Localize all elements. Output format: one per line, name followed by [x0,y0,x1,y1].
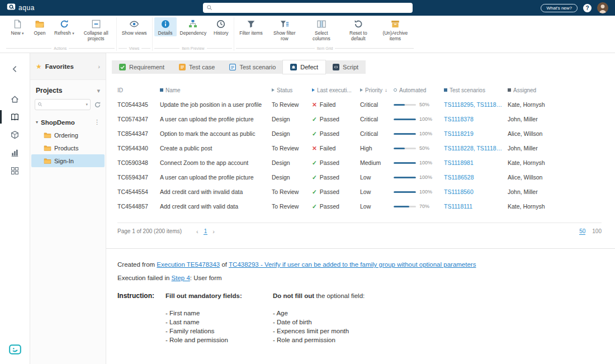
next-page-icon[interactable]: › [212,228,215,235]
current-page[interactable]: 1 [204,228,208,235]
chevron-down-icon[interactable]: ▾ [86,102,88,107]
rail-item-collapse-panel[interactable] [0,60,30,78]
cell-id: TC0544345 [117,101,160,108]
toolbar-button-reset-to-default[interactable]: Reset to default [340,17,377,42]
step-link[interactable]: Step 4 [172,275,190,281]
toolbar-button-new[interactable]: New ▾ [6,17,29,36]
cell-test-scenarios[interactable]: TS1186528 [444,174,508,181]
tree-item-ordering[interactable]: Ordering [31,129,105,141]
projects-header[interactable]: Projects ▾ [30,80,106,97]
rail-item-releases[interactable] [0,126,30,144]
toolbar-button-history[interactable]: History [210,17,232,36]
tab-test-case[interactable]: Test case [172,60,222,74]
help-button[interactable]: ? [583,4,592,12]
tree-item-products[interactable]: Products [31,141,105,154]
tab-script[interactable]: Script [325,60,366,74]
table-header: IDNameStatusLast executi...Priority↓Auto… [117,83,602,97]
progress-bar [394,206,416,207]
column-header-last-executi[interactable]: Last executi... [312,87,360,93]
toolbar-group-views: Show viewsViews [117,17,153,51]
refresh-tree-button[interactable] [94,101,101,108]
toolbar-button-collapse-all-projects[interactable]: Collapse all projects [78,17,115,42]
toolbar-button-show-filter-row[interactable]: Show filter row [266,17,303,42]
table-row[interactable]: TC0574347A user can upload the profile p… [117,112,602,126]
tab-requirement[interactable]: Requirement [112,60,172,74]
column-header-name[interactable]: Name [160,87,272,93]
star-icon: ★ [36,63,42,70]
folder-icon [44,158,51,164]
prev-page-icon[interactable]: ‹ [196,228,198,235]
cell-id: TC0574347 [117,116,160,122]
execution-link[interactable]: Execution TE5478343 [157,261,220,268]
item-type-tabs: RequirementTest caseTest scenarioDefectS… [112,60,366,74]
toolbar-button-filter-items[interactable]: Filter items [236,17,266,36]
search-area [96,3,519,13]
column-header-test-scenarios[interactable]: Test scenarios [444,87,508,93]
tree-item-sign-in[interactable]: Sign-In [31,154,105,167]
testcase-link[interactable]: TC438293 - Verify if user can be added t… [229,261,476,268]
table-row[interactable]: TC9544340Create a public postTo Review✕F… [117,141,602,155]
favorites-section[interactable]: ★ Favorites › [30,53,106,80]
cell-test-scenarios[interactable]: TS1118111 [444,203,508,210]
global-search-input[interactable] [215,5,409,11]
cell-test-scenarios[interactable]: TS1118295, TS1118203 [444,101,508,108]
cell-test-scenarios[interactable]: TS1118228, TS1118002 [444,145,508,152]
column-header-assigned[interactable]: Assigned [508,87,602,93]
cell-name: Create a public post [160,145,272,152]
column-header-automated[interactable]: Automated [394,87,444,93]
column-header-priority[interactable]: Priority↓ [360,87,394,93]
cell-status: To Review [272,145,312,152]
table-row[interactable]: TC4544857Add credit card with valid data… [117,199,602,214]
rail-item-reports[interactable] [0,144,30,162]
cell-test-scenarios[interactable]: TS1118560 [444,188,508,195]
rail-item-projects[interactable] [0,108,30,126]
kebab-menu-icon[interactable]: ⋮ [94,119,100,126]
tab-defect[interactable]: Defect [283,60,325,74]
column-header-id[interactable]: ID [117,87,160,93]
project-search-input[interactable] [44,102,84,107]
toolbar-button-details[interactable]: Details [154,17,177,36]
failed-x-icon: ✕ [312,101,317,108]
cell-id: TC9544340 [117,145,160,152]
toolbar-button-show-views[interactable]: Show views [119,17,150,36]
chevron-down-icon[interactable]: ▾ [97,87,100,94]
toolbar-button-refresh[interactable]: Refresh ▾ [51,17,78,36]
toolbar-button-un-archive-items[interactable]: (Un)Archive items [377,17,414,42]
cell-priority: Critical [360,130,394,137]
cell-automated: 100% [394,160,444,166]
toolbar-button-open[interactable]: Open [29,17,51,36]
favorites-label: Favorites [45,63,95,70]
toolbar-button-dependency[interactable]: Dependency [177,17,210,36]
rail-item-home[interactable] [0,90,30,108]
cell-test-scenarios[interactable]: TS1118981 [444,159,508,166]
mandatory-heading: Fill out mandatory fields: [165,291,273,301]
page-size-50[interactable]: 50 [579,228,585,235]
cell-last-execution: ✓Passed [312,130,360,137]
project-search[interactable]: ▾ [35,99,91,110]
tree-item-label: Ordering [54,132,100,139]
details-icon [160,19,171,29]
table-row[interactable]: TC0544345Update the job position in a us… [117,97,602,112]
avatar[interactable] [597,2,608,13]
tab-test-scenario[interactable]: Test scenario [222,60,283,74]
page-size-100[interactable]: 100 [592,228,602,235]
table-row[interactable]: TC4544554Add credit card with invalid da… [117,185,602,199]
cell-name: Add credit card with invalid data [160,188,272,195]
cell-assigned: John, Miller [508,188,602,195]
table-row[interactable]: TC0590348Connect Zoom to the app account… [117,155,602,170]
cell-assigned: Kate, Hornysh [508,203,602,210]
rail-item-modules[interactable] [0,162,30,179]
cell-test-scenarios[interactable]: TS1118219 [444,130,508,137]
chevron-right-icon[interactable]: › [98,63,100,70]
table-row[interactable]: TC6594347A user can upload the profile p… [117,170,602,185]
whats-new-button[interactable]: What's new? [541,4,578,12]
search-icon [206,3,212,13]
cell-test-scenarios[interactable]: TS1118378 [444,116,508,122]
table-row[interactable]: TC8544347Option to mark the account as p… [117,126,602,141]
chevron-down-icon[interactable]: ▾ [36,120,38,125]
toolbar-button-select-columns[interactable]: Select columns [303,17,340,42]
column-header-status[interactable]: Status [272,87,312,93]
cell-name: Update the job position in a user profil… [160,101,272,108]
tree-item-shopdemo[interactable]: ▾ ShopDemo ⋮ [31,116,105,129]
global-search[interactable] [203,3,413,13]
